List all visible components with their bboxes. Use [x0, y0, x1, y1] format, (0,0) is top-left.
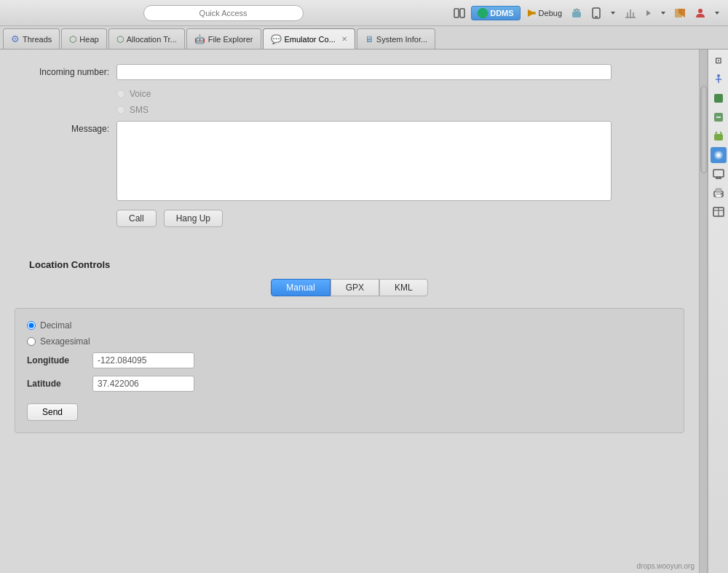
android-download-button[interactable]	[568, 6, 585, 20]
chevron-down-icon	[610, 10, 616, 16]
android-sidebar-icon[interactable]	[711, 128, 727, 144]
ddms-label: DDMS	[490, 9, 513, 17]
heap-icon: ⬡	[69, 34, 76, 44]
profile-button[interactable]	[692, 6, 709, 20]
tab-heap[interactable]: ⬡ Heap	[61, 28, 106, 49]
device-icon	[591, 7, 601, 19]
location-section: Location Controls Manual GPX KML Decimal…	[0, 253, 699, 448]
tab-threads-label: Threads	[23, 35, 52, 44]
svg-line-10	[577, 9, 578, 10]
tab-threads[interactable]: ⚙ Threads	[3, 28, 60, 49]
bookmark-button[interactable]	[671, 7, 689, 20]
watermark: drops.wooyun.org	[637, 562, 695, 570]
ddms-button[interactable]: DDMS	[471, 6, 520, 20]
svg-rect-38	[713, 170, 724, 177]
main-layout: Incoming number: Voice SMS Message: Call	[0, 50, 728, 573]
sms-radio-row: SMS	[22, 105, 677, 115]
scrollbar-track[interactable]	[699, 50, 708, 573]
tab-emulator-close[interactable]: ✕	[341, 35, 347, 43]
location-form: Decimal Sexagesimal Longitude Latitude	[15, 308, 684, 433]
location-tab-manual[interactable]: Manual	[271, 279, 330, 296]
threads-sidebar-icon[interactable]	[711, 71, 727, 87]
location-tab-gpx[interactable]: GPX	[331, 279, 379, 296]
scrollbar-thumb[interactable]	[700, 86, 708, 173]
window-layout-icon	[454, 8, 465, 18]
tab-sysinfo-label: System Infor...	[376, 35, 427, 44]
voice-radio[interactable]	[116, 90, 125, 98]
emulator-control-sidebar-icon[interactable]	[711, 147, 727, 163]
profile-dropdown-button[interactable]	[712, 9, 722, 17]
tab-allocation[interactable]: ⬡ Allocation Tr...	[108, 28, 185, 49]
svg-point-22	[698, 9, 703, 13]
tab-emulator-label: Emulator Co...	[285, 35, 336, 44]
threads-icon: ⚙	[11, 33, 20, 44]
tab-allocation-label: Allocation Tr...	[127, 35, 177, 44]
decimal-radio[interactable]	[27, 321, 36, 330]
svg-rect-27	[714, 94, 723, 103]
allocation-sidebar-icon[interactable]	[711, 109, 727, 125]
chevron-down-icon2	[661, 11, 665, 15]
svg-rect-4	[572, 12, 581, 17]
dropdown-arrow-button[interactable]	[607, 9, 619, 17]
svg-rect-0	[454, 9, 459, 17]
telephony-button-row: Call Hang Up	[22, 210, 677, 227]
message-textarea[interactable]	[116, 121, 612, 201]
incoming-number-label: Incoming number:	[22, 67, 109, 77]
hang-up-button[interactable]: Hang Up	[164, 210, 223, 227]
incoming-number-row: Incoming number:	[22, 64, 677, 80]
table-sidebar-icon[interactable]	[711, 204, 727, 220]
window-layout-button[interactable]	[451, 7, 468, 20]
svg-rect-30	[714, 134, 723, 141]
print-sidebar-icon[interactable]	[711, 185, 727, 201]
screen-sidebar-icon[interactable]	[711, 166, 727, 182]
tab-heap-label: Heap	[79, 35, 98, 44]
content-area: Incoming number: Voice SMS Message: Call	[0, 50, 699, 573]
latitude-input[interactable]	[92, 376, 194, 392]
latitude-row: Latitude	[27, 376, 672, 392]
forward-button[interactable]	[642, 8, 655, 18]
quick-access-input[interactable]	[143, 5, 304, 21]
svg-line-34	[721, 133, 721, 134]
svg-point-37	[717, 154, 720, 157]
sms-label: SMS	[130, 105, 149, 115]
debug-button[interactable]: Debug	[523, 7, 565, 20]
location-tab-kml[interactable]: KML	[379, 279, 428, 296]
minimize-sidebar-icon[interactable]: ⊡	[711, 52, 727, 68]
tab-file-label: File Explorer	[208, 35, 253, 44]
tab-system-info[interactable]: 🖥 System Infor...	[357, 28, 435, 49]
svg-marker-19	[661, 12, 665, 15]
incoming-number-input[interactable]	[116, 64, 612, 80]
svg-rect-44	[716, 194, 721, 197]
call-button[interactable]: Call	[116, 210, 157, 227]
arrow-dropdown-button[interactable]	[658, 9, 668, 17]
sexagesimal-radio[interactable]	[27, 337, 36, 346]
right-sidebar: ⊡	[708, 50, 728, 573]
emulator-icon: 💬	[271, 34, 282, 44]
sms-radio[interactable]	[116, 106, 125, 114]
debug-icon	[526, 8, 537, 18]
voice-label: Voice	[130, 89, 151, 99]
send-button[interactable]: Send	[27, 403, 78, 421]
network-button[interactable]	[622, 7, 639, 20]
latitude-label: Latitude	[27, 379, 85, 389]
tab-file-explorer[interactable]: 🤖 File Explorer	[186, 28, 261, 49]
svg-point-3	[533, 12, 536, 15]
profile-chevron-icon	[715, 11, 719, 15]
message-label: Message:	[22, 121, 109, 134]
network-icon	[625, 8, 636, 18]
sexagesimal-radio-row: Sexagesimal	[27, 336, 672, 347]
longitude-input[interactable]	[92, 352, 194, 368]
allocation-icon: ⬡	[116, 34, 124, 44]
tab-emulator[interactable]: 💬 Emulator Co... ✕	[263, 28, 355, 49]
svg-marker-23	[715, 12, 719, 15]
sysinfo-icon: 🖥	[365, 34, 373, 44]
location-tab-bar: Manual GPX KML	[15, 279, 684, 296]
device-button[interactable]	[588, 6, 604, 20]
heap-sidebar-icon[interactable]	[711, 90, 727, 106]
decimal-label: Decimal	[40, 320, 71, 331]
svg-marker-18	[646, 10, 651, 16]
svg-point-24	[717, 74, 720, 77]
voice-radio-row: Voice	[22, 89, 677, 99]
longitude-row: Longitude	[27, 352, 672, 368]
profile-icon	[695, 7, 706, 19]
